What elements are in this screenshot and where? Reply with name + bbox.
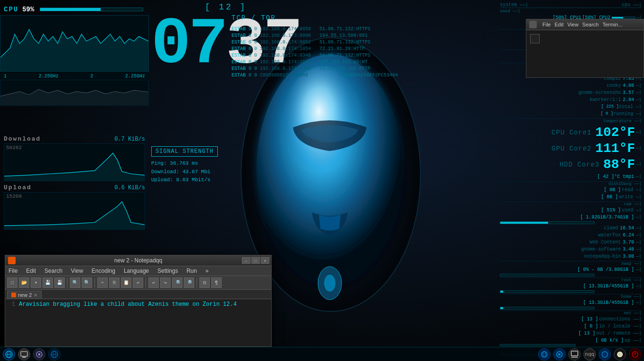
toolbar-save-btn[interactable]: 💾: [43, 277, 53, 288]
notepad-toolbar: □ 📂 ▾ 💾 💾 🔍 🔍 ✂ ⎘ 📋 ↩ ↩ ↪ 🔎 🔎 ⊡ ¶: [5, 276, 271, 290]
cpu-widget: CPU 59% 1 2.25GHz 2 2.25GHz: [0, 5, 149, 106]
gnomescr-row: gnome-screensho 3.57 —|: [500, 89, 642, 96]
terminal-menu-file[interactable]: File: [542, 22, 551, 27]
download-value: 59262: [6, 145, 22, 151]
notepad-window: new 2 - Notepadqq — □ ✕ File Edit Search…: [5, 255, 272, 347]
taskbar-right-icon-4[interactable]: nqq: [584, 348, 596, 361]
notepad-menu-edit[interactable]: Edit: [25, 267, 37, 275]
webcontent-row: Web Content 3.70 —|: [500, 239, 642, 246]
cpu-percent: 59%: [22, 6, 34, 13]
line-number-1: 1: [7, 301, 19, 308]
taskbar-icon-3[interactable]: [33, 348, 45, 361]
notepad-menu-file[interactable]: File: [7, 267, 19, 275]
cpu-freq2: 2.25GHz: [125, 74, 145, 79]
notepad-menu-settings[interactable]: Settings: [156, 267, 179, 275]
toolbar-undo2-btn[interactable]: ↩: [148, 277, 159, 288]
tab-close-btn[interactable]: ✕: [34, 293, 37, 298]
toolbar-undo-btn[interactable]: ↩: [133, 277, 143, 288]
taskbar-icon-4[interactable]: [48, 348, 60, 361]
total-row: [ 225 ] total —|: [500, 103, 642, 110]
taskbar-icon-1[interactable]: [3, 348, 15, 361]
taskbar-right-icon-2[interactable]: [553, 348, 566, 361]
notepad-menu-language[interactable]: Language: [122, 267, 150, 275]
notepad-menu-more[interactable]: »: [204, 267, 210, 275]
cpu-freq1: 2.25GHz: [39, 74, 59, 79]
notepad-menu-run[interactable]: Run: [185, 267, 198, 275]
waterfox-row: waterfox 6.24 —|: [500, 232, 642, 239]
terminal-menu-view[interactable]: View: [567, 22, 579, 27]
notepad-tab-new2[interactable]: new 2 ✕: [7, 291, 42, 299]
taskbar-right-icon-5[interactable]: [599, 348, 611, 361]
notepad-menu-encoding[interactable]: Encoding: [90, 267, 117, 275]
toolbar-copy-btn[interactable]: ⎘: [109, 277, 120, 288]
toolbar-new-btn[interactable]: □: [7, 277, 17, 288]
cpu-graph-small: [0, 80, 149, 106]
gnomesoftware-row: gnome-software 3.48 —|: [500, 246, 642, 253]
notepadqq-row: notepadqq-bin 3.08 —|: [500, 253, 642, 260]
notepad-menu-view[interactable]: View: [69, 267, 85, 275]
cpu-freq-labels: 1 2.25GHz 2 2.25GHz: [0, 73, 149, 80]
code-text-1: Aravisian bragging like a child about Az…: [19, 301, 237, 308]
hdd-temp-row: HDD Core3 88°F —|: [500, 157, 642, 172]
tcp-tor-label: TCP / TOR: [232, 14, 276, 22]
tmp1-row: [ 42 ]°C tmp1 —|: [500, 173, 642, 180]
signal-download: Download: 43.67 Mbi: [151, 168, 246, 176]
terminal-menu-terminal[interactable]: Termin...: [602, 22, 622, 27]
toolbar-save-as-btn[interactable]: 💾: [54, 277, 65, 288]
toolbar-pilcrow-btn[interactable]: ¶: [211, 277, 222, 288]
net-row-6: ESTAB 0 0 192.168.0.174:1608 143.204.153…: [232, 59, 398, 66]
taskbar-right-icon-3[interactable]: [568, 348, 581, 361]
home-section: home ——| [ 13.3GiB/455GiB ] —|: [500, 294, 642, 310]
notepad-title: new 2 - Notepadqq: [114, 257, 162, 264]
notepad-minimize-btn[interactable]: —: [242, 257, 250, 264]
svg-rect-22: [571, 351, 578, 356]
diskio-write-row: [ 0B ] write —|: [500, 193, 642, 201]
toolbar-sep1: [67, 278, 68, 287]
toolbar-open-arrow-btn[interactable]: ▾: [31, 277, 41, 288]
toolbar-find-btn[interactable]: 🔎: [172, 277, 182, 288]
toolbar-view-btn[interactable]: ⊡: [199, 277, 210, 288]
terminal-body: [526, 30, 644, 77]
toolbar-findreplace-btn[interactable]: 🔎: [184, 277, 194, 288]
toolbar-redo-btn[interactable]: ↪: [160, 277, 171, 288]
toolbar-paste-btn[interactable]: 📋: [121, 277, 131, 288]
toolbar-search-btn2[interactable]: 🔍: [82, 277, 92, 288]
root-bar-fill: [500, 291, 503, 293]
toolbar-scissors-btn[interactable]: ✂: [97, 277, 108, 288]
taskbar-right-icon-1[interactable]: [538, 348, 550, 361]
kworker-row: kworker/1:1 2.04 —|: [500, 96, 642, 103]
taskbar-icon-2[interactable]: [18, 348, 30, 361]
taskbar-right-icon-6[interactable]: [614, 348, 626, 361]
connections-row: [ 13 ] connections ——|: [500, 316, 642, 323]
notepad-maximize-btn[interactable]: □: [251, 257, 260, 264]
tab-icon: [11, 293, 16, 297]
terminal-menu-search[interactable]: Search: [582, 22, 599, 27]
running-row: [ 0 ] running —|: [500, 110, 642, 118]
taskbar-right-icon-7[interactable]: [629, 348, 641, 361]
conky-row: conky 4.08 —|: [500, 82, 642, 89]
ram-bar-fill: [500, 222, 548, 224]
clock-hour: 07: [151, 12, 226, 78]
svg-point-24: [602, 352, 608, 357]
toolbar-open-btn[interactable]: 📂: [19, 277, 29, 288]
terminal-cursor-area: [530, 34, 540, 43]
terminal-menu-edit[interactable]: Edit: [555, 22, 564, 27]
signal-label: SIGNAL STRENGTH: [151, 146, 218, 157]
code-line-1: 1 Aravisian bragging like a child about …: [7, 301, 269, 308]
upload-graph: 15200: [4, 192, 145, 230]
notepad-menu-search[interactable]: Search: [43, 267, 64, 275]
terminal-window: File Edit View Search Termin...: [526, 19, 644, 78]
network-widget: Download 0.7 KiB/s 59262 Upload 0.6 KiB/…: [0, 134, 149, 232]
swap-bar: [500, 274, 594, 277]
terminal-icon: [529, 21, 537, 28]
notepad-content: 1 Aravisian bragging like a child about …: [5, 299, 271, 346]
ram-pct-row: [ 51% ] used —|: [500, 207, 642, 214]
svg-marker-6: [0, 89, 148, 105]
ram-values-row: [ 1.92GiB/3.74GiB ] —|: [500, 214, 642, 221]
toolbar-sep3: [146, 278, 146, 287]
toolbar-search-btn1[interactable]: 🔍: [70, 277, 80, 288]
swap-row: [ 0% - 0B /3.88GiB ] —|: [500, 266, 642, 273]
home-bar-fill: [500, 307, 503, 309]
notepad-close-btn[interactable]: ✕: [261, 257, 269, 264]
net-row-3: ESTAB 0 0 192.168.0.174:8852 51.98.71.13…: [232, 39, 398, 46]
